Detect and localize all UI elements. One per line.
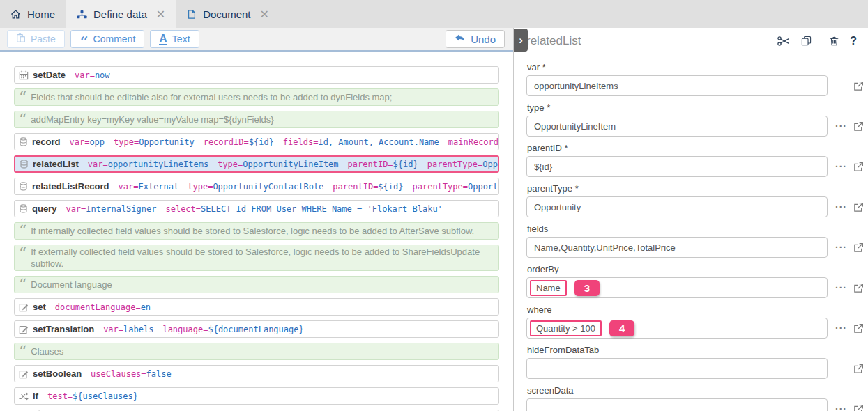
comment-row[interactable]: “addMapEntry key=myKey value=myValue map… — [14, 111, 499, 128]
external-link-icon[interactable] — [853, 121, 864, 132]
field-label-orderBy: orderBy — [527, 264, 864, 274]
comment-text: If externally collected field values sho… — [31, 246, 493, 270]
command-argument: var=InternalSigner — [66, 204, 156, 214]
external-link-icon[interactable] — [853, 81, 864, 91]
field-parentType: parentType *Opportunity··· — [526, 183, 864, 217]
collapse-panel-button[interactable]: › — [514, 29, 528, 52]
more-options-icon[interactable]: ··· — [835, 282, 847, 293]
field-input-parentID[interactable]: ${id} — [526, 156, 828, 177]
help-icon[interactable]: ? — [850, 35, 857, 47]
database-icon — [20, 160, 29, 169]
undo-icon — [455, 33, 466, 46]
field-label-where: where — [527, 304, 864, 315]
annotation-highlighted-value: Name — [530, 280, 567, 296]
command-argument: test=${useClauses} — [47, 391, 138, 401]
delete-icon[interactable] — [830, 36, 839, 46]
command-argument: mainRecord=true — [448, 137, 499, 147]
comment-text: addMapEntry key=myKey value=myValue map=… — [31, 114, 273, 125]
comment-row[interactable]: “If internally collected field values sh… — [14, 222, 499, 240]
external-link-icon[interactable] — [853, 162, 864, 172]
tab-home[interactable]: Home — [0, 0, 66, 28]
field-input-where[interactable]: Quantity > 1004 — [526, 318, 828, 339]
more-options-icon[interactable]: ··· — [835, 161, 847, 172]
command-argument: parentID=${id} — [333, 182, 403, 192]
text-button[interactable]: A Text — [150, 30, 199, 48]
relatedList-command-row[interactable]: relatedListvar=opportunityLineItemstype=… — [14, 155, 499, 173]
field-input-var[interactable]: opportunityLineItems — [526, 75, 828, 96]
editor-panel: Paste “ Comment A Text Undo setDatevar=n… — [0, 28, 514, 411]
comment-row[interactable]: “Document language — [14, 276, 499, 293]
field-value: Name,Quantity,UnitPrice,TotalPrice — [534, 242, 676, 253]
tab-document[interactable]: Document ✕ — [176, 0, 280, 28]
comment-row[interactable]: “Fields that should be editable also for… — [14, 88, 499, 106]
undo-label: Undo — [471, 33, 496, 45]
paste-icon — [16, 33, 26, 45]
relatedListRecord-command-row[interactable]: relatedListRecordvar=Externaltype=Opport… — [14, 178, 499, 195]
setDate-command-row[interactable]: setDatevar=now — [14, 66, 499, 84]
copy-icon[interactable] — [801, 36, 812, 46]
more-options-icon[interactable]: ··· — [835, 323, 847, 334]
if-command-row[interactable]: iftest=${useClauses} — [14, 387, 499, 405]
more-options-icon[interactable]: ··· — [835, 201, 847, 212]
command-name: query — [32, 203, 56, 214]
field-value: opportunityLineItems — [534, 81, 618, 91]
cut-icon[interactable] — [777, 36, 790, 46]
command-list: setDatevar=now“Fields that should be edi… — [0, 52, 513, 411]
field-hideFromDataTab: hideFromDataTab — [526, 345, 864, 379]
comment-text: Clauses — [31, 346, 63, 357]
field-input-screenData[interactable] — [526, 398, 828, 411]
field-screenData: screenData··· — [526, 385, 864, 411]
field-label-parentID: parentID * — [527, 143, 864, 153]
field-input-fields[interactable]: Name,Quantity,UnitPrice,TotalPrice — [526, 237, 828, 258]
quote-icon: “ — [19, 247, 26, 251]
text-icon: A — [159, 33, 167, 45]
comment-row[interactable]: “If externally collected field values sh… — [14, 245, 499, 271]
quote-icon: “ — [19, 278, 26, 282]
comment-button[interactable]: “ Comment — [70, 30, 144, 48]
record-command-row[interactable]: recordvar=opptype=OpportunityrecordID=${… — [14, 133, 499, 150]
quote-icon: “ — [19, 91, 26, 95]
set-command-row[interactable]: setdocumentLanguage=en — [14, 298, 499, 316]
tab-define-data[interactable]: Define data ✕ — [66, 0, 176, 28]
close-icon[interactable]: ✕ — [156, 8, 165, 21]
command-argument: parentType=Opportunity — [412, 182, 499, 192]
external-link-icon[interactable] — [853, 404, 864, 411]
command-argument: var=opp — [69, 137, 105, 147]
edit-icon — [19, 302, 29, 312]
inspector-panel: relatedList ? var *opportunityLineItemst… — [514, 28, 868, 411]
field-input-type[interactable]: OpportunityLineItem — [526, 116, 828, 137]
setTranslation-command-row[interactable]: setTranslationvar=labelslanguage=${docum… — [14, 320, 499, 338]
edit-icon — [19, 369, 29, 379]
setBoolean-command-row[interactable]: setBooleanuseClauses=false — [14, 365, 499, 382]
quote-icon: “ — [79, 40, 89, 47]
close-icon[interactable]: ✕ — [260, 8, 269, 21]
field-label-hideFromDataTab: hideFromDataTab — [527, 345, 864, 355]
field-label-var: var * — [527, 62, 864, 72]
comment-text: If internally collected field values sho… — [31, 225, 474, 237]
field-label-screenData: screenData — [527, 385, 864, 396]
more-options-icon[interactable]: ··· — [835, 242, 847, 253]
paste-label: Paste — [31, 33, 56, 45]
command-name: relatedList — [33, 159, 79, 169]
undo-button[interactable]: Undo — [446, 30, 505, 48]
field-input-parentType[interactable]: Opportunity — [526, 196, 828, 217]
external-link-icon[interactable] — [853, 283, 864, 293]
more-options-icon[interactable]: ··· — [835, 403, 847, 411]
comment-text: Fields that should be editable also for … — [31, 91, 392, 103]
external-link-icon[interactable] — [853, 202, 864, 212]
app-window: Home Define data ✕ Document ✕ Paste “ Co… — [0, 0, 868, 411]
external-link-icon[interactable] — [853, 242, 864, 253]
comment-row[interactable]: “Clauses — [14, 343, 499, 360]
more-options-icon[interactable]: ··· — [835, 121, 847, 132]
command-argument: var=opportunityLineItems — [88, 160, 208, 169]
field-value: OpportunityLineItem — [534, 121, 616, 132]
command-argument: parentID=${id} — [348, 160, 418, 169]
external-link-icon[interactable] — [853, 323, 864, 334]
external-link-icon[interactable] — [853, 364, 864, 374]
query-command-row[interactable]: queryvar=InternalSignerselect=SELECT Id … — [14, 200, 499, 217]
tab-document-label: Document — [203, 8, 250, 20]
field-input-hideFromDataTab[interactable] — [526, 358, 828, 379]
paste-button[interactable]: Paste — [7, 30, 65, 48]
field-input-orderBy[interactable]: Name3 — [526, 277, 828, 298]
command-name: set — [33, 302, 46, 312]
